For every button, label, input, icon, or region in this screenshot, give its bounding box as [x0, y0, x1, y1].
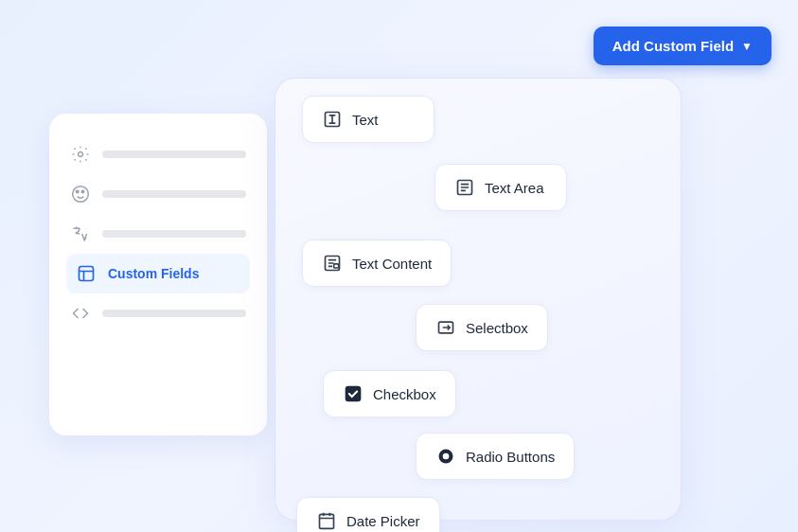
svg-rect-8 — [334, 264, 339, 268]
translate-icon — [70, 223, 91, 244]
radio-icon — [435, 446, 456, 467]
svg-point-0 — [79, 152, 83, 157]
sidebar-item-custom-fields[interactable]: Custom Fields — [66, 254, 250, 293]
textarea-label: Text Area — [485, 180, 544, 196]
palette-icon — [70, 184, 91, 204]
svg-rect-13 — [320, 514, 334, 528]
svg-point-1 — [73, 186, 89, 203]
field-type-datepicker-button[interactable]: Date Picker — [296, 497, 440, 532]
field-type-selectbox-button[interactable]: Selectbox — [416, 304, 548, 351]
text-label: Text — [352, 112, 379, 128]
field-type-textcontent-button[interactable]: Text Content — [302, 239, 452, 287]
add-custom-field-label: Add Custom Field — [612, 38, 734, 54]
radio-label: Radio Buttons — [466, 449, 555, 465]
checkbox-label: Checkbox — [373, 386, 436, 402]
svg-rect-10 — [346, 387, 361, 401]
svg-point-2 — [76, 190, 79, 193]
code-icon — [70, 303, 91, 324]
field-type-radio-button[interactable]: Radio Buttons — [416, 433, 575, 480]
sidebar-line-settings — [102, 151, 246, 158]
datepicker-label: Date Picker — [346, 513, 420, 529]
datepicker-icon — [316, 510, 337, 531]
textarea-icon — [454, 177, 475, 198]
selectbox-label: Selectbox — [466, 320, 528, 336]
svg-point-3 — [81, 190, 84, 193]
field-type-text-button[interactable]: Text — [302, 96, 434, 143]
custom-fields-label: Custom Fields — [108, 266, 199, 281]
sidebar-item-palette[interactable] — [66, 174, 250, 214]
sidebar-item-settings[interactable] — [66, 134, 250, 174]
checkbox-icon — [343, 383, 364, 404]
custom-fields-icon — [76, 263, 97, 284]
chevron-down-icon: ▼ — [741, 40, 753, 53]
settings-icon — [70, 144, 91, 165]
sidebar-line-code — [102, 310, 246, 317]
selectbox-icon — [435, 317, 456, 338]
sidebar-line-translate — [102, 230, 246, 238]
add-custom-field-button[interactable]: Add Custom Field ▼ — [594, 27, 771, 65]
svg-point-12 — [443, 453, 450, 460]
sidebar-line-palette — [102, 190, 246, 198]
textcontent-icon — [322, 253, 343, 274]
field-type-checkbox-button[interactable]: Checkbox — [323, 370, 456, 417]
textcontent-label: Text Content — [352, 256, 432, 272]
sidebar-panel: Custom Fields — [49, 114, 267, 435]
sidebar-item-code[interactable] — [66, 293, 250, 333]
svg-rect-4 — [80, 267, 94, 281]
field-type-textarea-button[interactable]: Text Area — [434, 164, 567, 211]
main-card: Text Text Area Text Content — [275, 78, 682, 521]
sidebar-item-translate[interactable] — [66, 214, 250, 254]
text-icon — [322, 109, 343, 130]
